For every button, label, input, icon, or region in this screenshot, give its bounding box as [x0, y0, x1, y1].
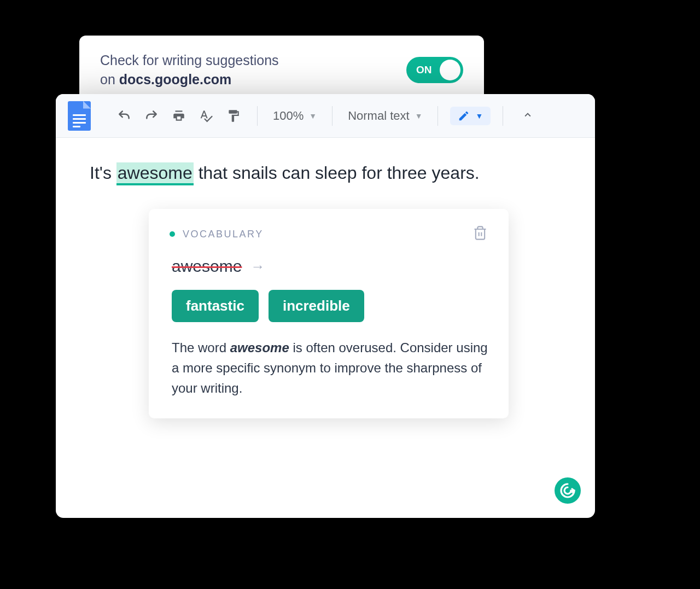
google-docs-icon[interactable] — [68, 101, 91, 131]
original-word: awesome — [172, 257, 242, 276]
arrow-right-icon: → — [250, 258, 265, 275]
suggestions-toggle[interactable]: ON — [406, 57, 463, 83]
text-after-highlight: that snails can sleep for three years. — [194, 163, 480, 183]
highlighted-word[interactable]: awesome — [116, 162, 194, 185]
toolbar-separator — [503, 106, 503, 126]
print-icon[interactable] — [170, 107, 188, 125]
grammarly-badge[interactable] — [555, 477, 581, 504]
trash-icon — [472, 225, 488, 241]
chevron-up-icon — [522, 109, 534, 121]
desc-word: awesome — [230, 340, 289, 355]
editor-window: 100% ▼ Normal text ▼ ▼ It's awesome that… — [56, 94, 595, 518]
replacement-button-1[interactable]: incredible — [269, 290, 364, 322]
category-label: VOCABULARY — [183, 229, 264, 240]
grammarly-logo-icon — [559, 482, 576, 499]
edit-mode-button[interactable]: ▼ — [450, 107, 491, 125]
suggestion-header: VOCABULARY — [170, 225, 488, 243]
text-before-highlight: It's — [90, 163, 116, 183]
chevron-down-icon: ▼ — [415, 112, 423, 120]
toggle-knob — [440, 60, 460, 80]
toolbar-separator — [257, 106, 258, 126]
suggestion-card: VOCABULARY awesome → fantastic incredibl… — [149, 209, 509, 418]
zoom-value: 100% — [273, 109, 304, 123]
settings-line1: Check for writing suggestions — [100, 53, 279, 68]
settings-domain: docs.google.com — [119, 72, 232, 87]
chevron-down-icon: ▼ — [309, 112, 317, 120]
text-style-selector[interactable]: Normal text ▼ — [345, 109, 425, 123]
toggle-on-label: ON — [416, 64, 432, 76]
suggestion-replacement-row: awesome → — [170, 257, 488, 276]
category-dot-icon — [170, 231, 175, 237]
settings-line2-prefix: on — [100, 72, 119, 87]
toolbar: 100% ▼ Normal text ▼ ▼ — [56, 94, 595, 138]
replacement-button-0[interactable]: fantastic — [172, 290, 259, 322]
dismiss-suggestion-button[interactable] — [472, 225, 488, 243]
undo-icon[interactable] — [115, 107, 133, 125]
replacement-options: fantastic incredible — [170, 290, 488, 322]
document-body[interactable]: It's awesome that snails can sleep for t… — [56, 138, 595, 208]
settings-prompt: Check for writing suggestions on docs.go… — [100, 51, 279, 89]
toolbar-separator — [438, 106, 438, 126]
document-text: It's awesome that snails can sleep for t… — [90, 161, 561, 185]
format-paint-icon[interactable] — [224, 107, 243, 125]
spellcheck-icon[interactable] — [197, 107, 215, 125]
suggestion-description: The word awesome is often overused. Cons… — [170, 337, 488, 399]
toolbar-separator — [332, 106, 332, 126]
redo-icon[interactable] — [142, 107, 161, 125]
style-label: Normal text — [348, 109, 409, 123]
zoom-selector[interactable]: 100% ▼ — [270, 109, 320, 123]
collapse-toolbar-button[interactable] — [522, 109, 534, 123]
suggestion-category: VOCABULARY — [170, 229, 264, 240]
desc-prefix: The word — [172, 340, 230, 355]
chevron-down-icon: ▼ — [475, 112, 483, 120]
pencil-icon — [458, 110, 470, 122]
